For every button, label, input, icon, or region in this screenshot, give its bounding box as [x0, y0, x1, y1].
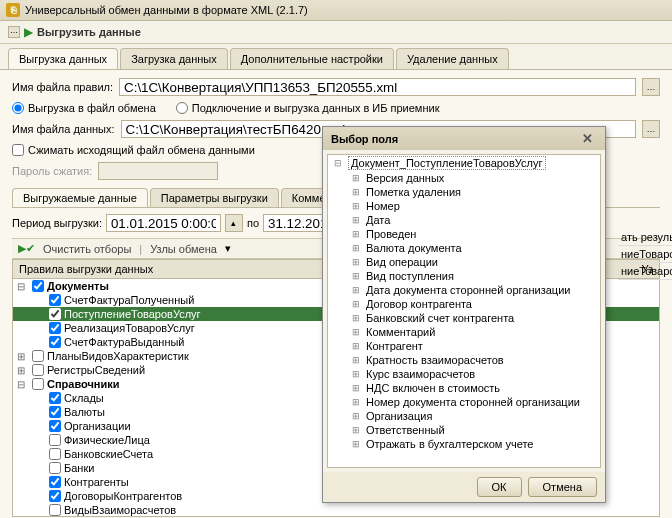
app-icon: ⎘ [6, 3, 20, 17]
tree-label: СчетФактураПолученный [64, 294, 194, 306]
tree-checkbox[interactable] [32, 378, 44, 390]
modal-toggle-icon[interactable]: ⊞ [352, 369, 362, 379]
radio-to-file[interactable]: Выгрузка в файл обмена [12, 102, 156, 114]
actions-icon[interactable]: ⋯ [8, 26, 20, 38]
modal-toggle-icon[interactable]: ⊞ [352, 229, 362, 239]
modal-toggle-icon[interactable]: ⊞ [352, 355, 362, 365]
tree-checkbox[interactable] [49, 490, 61, 502]
modal-item-row[interactable]: ⊞Валюта документа [328, 241, 600, 255]
tree-checkbox[interactable] [32, 350, 44, 362]
modal-toggle-icon[interactable]: ⊞ [352, 215, 362, 225]
modal-toggle-icon[interactable]: ⊞ [352, 173, 362, 183]
tree-label: ПланыВидовХарактеристик [47, 350, 189, 362]
modal-toggle-icon[interactable]: ⊞ [352, 299, 362, 309]
radio-to-ib[interactable]: Подключение и выгрузка данных в ИБ прием… [176, 102, 440, 114]
tree-checkbox[interactable] [32, 280, 44, 292]
modal-toggle-icon[interactable]: ⊞ [352, 411, 362, 421]
modal-item-row[interactable]: ⊞Кратность взаиморасчетов [328, 353, 600, 367]
modal-toggle-icon[interactable]: ⊞ [352, 383, 362, 393]
tree-checkbox[interactable] [32, 364, 44, 376]
compress-checkbox-input[interactable] [12, 144, 24, 156]
modal-toggle-icon[interactable]: ⊟ [334, 158, 344, 168]
date-from-input[interactable] [106, 214, 221, 232]
close-icon[interactable]: ✕ [578, 131, 597, 146]
modal-item-row[interactable]: ⊞Договор контрагента [328, 297, 600, 311]
modal-item-row[interactable]: ⊞Номер [328, 199, 600, 213]
tree-checkbox[interactable] [49, 448, 61, 460]
filter-check-icon[interactable]: ▶✔ [18, 242, 35, 255]
modal-root-row[interactable]: ⊟Документ_ПоступлениеТоваровУслуг [328, 155, 600, 171]
modal-item-row[interactable]: ⊞Банковский счет контрагента [328, 311, 600, 325]
rules-file-browse-icon[interactable]: … [642, 78, 660, 96]
modal-item-row[interactable]: ⊞Дата документа сторонней организации [328, 283, 600, 297]
modal-item-row[interactable]: ⊞Пометка удаления [328, 185, 600, 199]
tree-checkbox[interactable] [49, 322, 61, 334]
modal-toggle-icon[interactable]: ⊞ [352, 271, 362, 281]
rules-file-input[interactable] [119, 78, 636, 96]
modal-toggle-icon[interactable]: ⊞ [352, 257, 362, 267]
results-row[interactable]: ниеТоваровУслуг [618, 263, 672, 280]
modal-toggle-icon[interactable]: ⊞ [352, 341, 362, 351]
tab-delete[interactable]: Удаление данных [396, 48, 509, 69]
data-file-browse-icon[interactable]: … [642, 120, 660, 138]
date-from-stepper-icon[interactable]: ▴ [225, 214, 243, 232]
compress-checkbox[interactable]: Сжимать исходящий файл обмена данными [12, 144, 255, 156]
tree-checkbox[interactable] [49, 462, 61, 474]
modal-toggle-icon[interactable]: ⊞ [352, 285, 362, 295]
clear-filters-link[interactable]: Очистить отборы [43, 243, 131, 255]
modal-item-row[interactable]: ⊞Вид поступления [328, 269, 600, 283]
tree-toggle-icon[interactable]: ⊞ [17, 351, 29, 362]
results-row[interactable]: ниеТоваровУслуг [618, 246, 672, 263]
modal-title-text: Выбор поля [331, 133, 398, 145]
tree-checkbox[interactable] [49, 392, 61, 404]
dropdown-icon[interactable]: ▾ [225, 242, 231, 255]
modal-item-row[interactable]: ⊞Дата [328, 213, 600, 227]
radio-to-file-input[interactable] [12, 102, 24, 114]
modal-item-row[interactable]: ⊞Контрагент [328, 339, 600, 353]
tree-toggle-icon[interactable]: ⊞ [17, 365, 29, 376]
tree-checkbox[interactable] [49, 336, 61, 348]
modal-item-row[interactable]: ⊞Версия данных [328, 171, 600, 185]
tree-toggle-icon[interactable]: ⊟ [17, 281, 29, 292]
tree-checkbox[interactable] [49, 504, 61, 516]
tree-checkbox[interactable] [49, 308, 61, 320]
subtab-data[interactable]: Выгружаемые данные [12, 188, 148, 207]
modal-toggle-icon[interactable]: ⊞ [352, 397, 362, 407]
tree-checkbox[interactable] [49, 434, 61, 446]
modal-item-label: НДС включен в стоимость [366, 382, 500, 394]
modal-toggle-icon[interactable]: ⊞ [352, 425, 362, 435]
modal-item-row[interactable]: ⊞Номер документа сторонней организации [328, 395, 600, 409]
ok-button[interactable]: ОК [477, 477, 522, 497]
cancel-button[interactable]: Отмена [528, 477, 597, 497]
export-button[interactable]: Выгрузить данные [37, 26, 141, 38]
modal-item-row[interactable]: ⊞Вид операции [328, 255, 600, 269]
modal-item-row[interactable]: ⊞НДС включен в стоимость [328, 381, 600, 395]
tree-checkbox[interactable] [49, 420, 61, 432]
modal-toggle-icon[interactable]: ⊞ [352, 327, 362, 337]
radio-to-ib-input[interactable] [176, 102, 188, 114]
modal-body[interactable]: ⊟Документ_ПоступлениеТоваровУслуг⊞Версия… [327, 154, 601, 468]
modal-toggle-icon[interactable]: ⊞ [352, 243, 362, 253]
modal-item-label: Кратность взаиморасчетов [366, 354, 504, 366]
modal-item-row[interactable]: ⊞Отражать в бухгалтерском учете [328, 437, 600, 451]
modal-toggle-icon[interactable]: ⊞ [352, 313, 362, 323]
tab-settings[interactable]: Дополнительные настройки [230, 48, 394, 69]
modal-toggle-icon[interactable]: ⊞ [352, 201, 362, 211]
modal-item-row[interactable]: ⊞Ответственный [328, 423, 600, 437]
modal-item-row[interactable]: ⊞Курс взаиморасчетов [328, 367, 600, 381]
tree-checkbox[interactable] [49, 476, 61, 488]
modal-item-row[interactable]: ⊞Проведен [328, 227, 600, 241]
tree-checkbox[interactable] [49, 294, 61, 306]
results-panel: ать результат от ниеТоваровУслугниеТовар… [618, 229, 672, 280]
tree-toggle-icon[interactable]: ⊟ [17, 379, 29, 390]
modal-item-row[interactable]: ⊞Комментарий [328, 325, 600, 339]
subtab-params[interactable]: Параметры выгрузки [150, 188, 279, 207]
tab-export[interactable]: Выгрузка данных [8, 48, 118, 69]
modal-toggle-icon[interactable]: ⊞ [352, 439, 362, 449]
modal-toggle-icon[interactable]: ⊞ [352, 187, 362, 197]
exchange-nodes-link[interactable]: Узлы обмена [150, 243, 217, 255]
modal-item-row[interactable]: ⊞Организация [328, 409, 600, 423]
tab-import[interactable]: Загрузка данных [120, 48, 228, 69]
tree-checkbox[interactable] [49, 406, 61, 418]
tree-row[interactable]: ВидыВзаиморасчетов [13, 503, 659, 517]
